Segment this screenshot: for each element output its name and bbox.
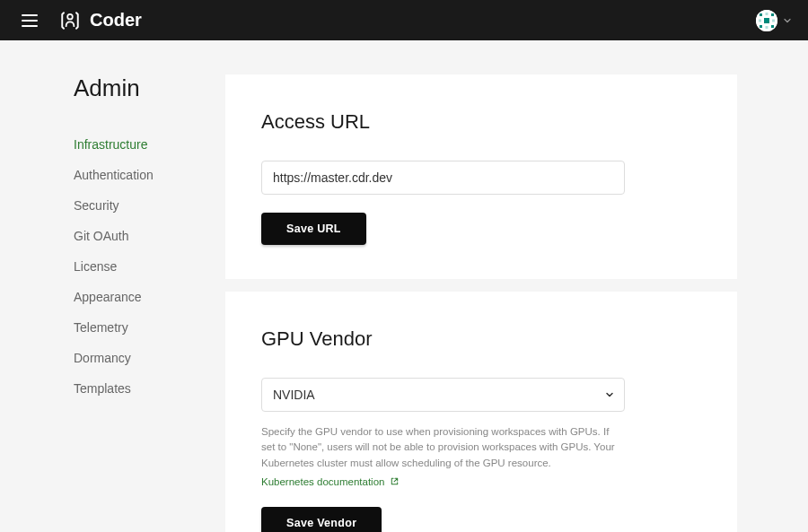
brand[interactable]: Coder — [57, 8, 142, 33]
svg-rect-10 — [772, 19, 775, 22]
gpu-vendor-panel: GPU Vendor NVIDIA Specify the GPU vendor… — [225, 292, 737, 532]
kubernetes-doc-link[interactable]: Kubernetes documentation — [261, 476, 400, 487]
access-url-heading: Access URL — [261, 110, 701, 134]
sidebar-nav: Infrastructure Authentication Security G… — [74, 129, 195, 404]
access-url-panel: Access URL Save URL — [225, 74, 737, 279]
svg-rect-9 — [759, 19, 761, 22]
sidebar-item-telemetry[interactable]: Telemetry — [74, 312, 195, 343]
user-menu[interactable] — [756, 10, 792, 31]
svg-rect-5 — [760, 25, 762, 28]
gpu-vendor-heading: GPU Vendor — [261, 327, 701, 351]
svg-rect-3 — [760, 13, 762, 16]
sidebar-item-templates[interactable]: Templates — [74, 373, 195, 404]
admin-sidebar: Admin Infrastructure Authentication Secu… — [74, 74, 195, 532]
sidebar-item-dormancy[interactable]: Dormancy — [74, 343, 195, 373]
external-link-icon — [390, 476, 400, 486]
sidebar-item-appearance[interactable]: Appearance — [74, 282, 195, 312]
svg-rect-7 — [766, 13, 768, 15]
gpu-vendor-select-wrap: NVIDIA — [261, 378, 625, 412]
header-left: Coder — [18, 8, 142, 33]
sidebar-item-security[interactable]: Security — [74, 190, 195, 221]
sidebar-item-license[interactable]: License — [74, 251, 195, 282]
page-body: Admin Infrastructure Authentication Secu… — [0, 40, 808, 532]
sidebar-item-infrastructure[interactable]: Infrastructure — [74, 129, 195, 160]
doc-link-label: Kubernetes documentation — [261, 476, 384, 487]
coder-logo-icon — [57, 8, 83, 33]
svg-rect-4 — [771, 13, 774, 16]
main-content: Access URL Save URL GPU Vendor NVIDIA Sp… — [225, 74, 737, 532]
access-url-input[interactable] — [261, 161, 625, 195]
chevron-down-icon — [783, 16, 792, 25]
menu-button[interactable] — [18, 11, 41, 31]
save-vendor-button[interactable]: Save Vendor — [261, 507, 382, 532]
gpu-vendor-help-text: Specify the GPU vendor to use when provi… — [261, 424, 625, 471]
avatar — [756, 10, 777, 31]
svg-rect-8 — [766, 26, 768, 29]
svg-rect-2 — [764, 18, 769, 23]
sidebar-item-git-oauth[interactable]: Git OAuth — [74, 221, 195, 251]
sidebar-item-authentication[interactable]: Authentication — [74, 160, 195, 190]
app-header: Coder — [0, 0, 808, 40]
page-title: Admin — [74, 74, 195, 102]
svg-rect-6 — [771, 25, 774, 28]
save-url-button[interactable]: Save URL — [261, 213, 366, 245]
svg-point-0 — [67, 13, 73, 19]
gpu-vendor-select[interactable]: NVIDIA — [261, 378, 625, 412]
brand-name: Coder — [90, 10, 142, 31]
